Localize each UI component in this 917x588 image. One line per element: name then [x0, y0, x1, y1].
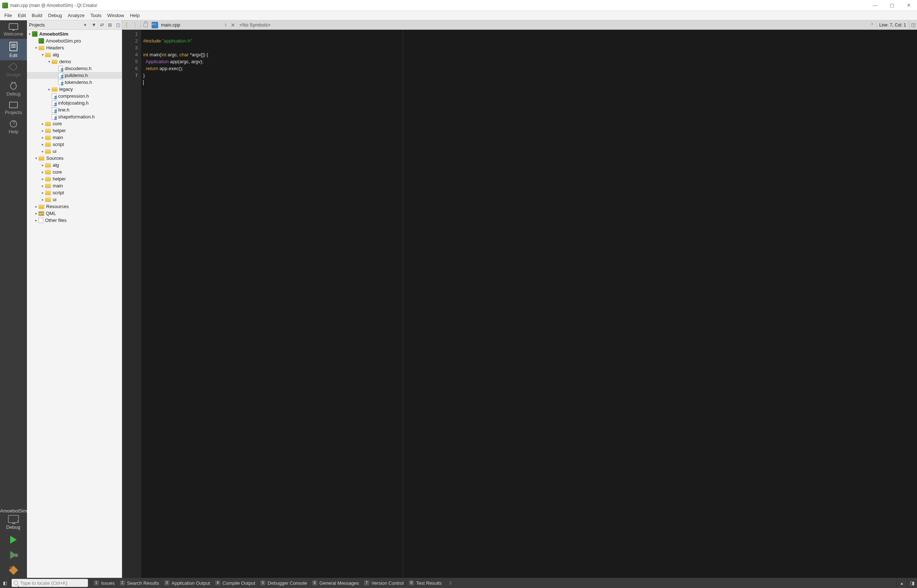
h-file-icon — [58, 79, 63, 85]
chevron-updown-icon[interactable]: ⇳ — [449, 580, 452, 586]
mode-debug[interactable]: Debug — [0, 79, 27, 99]
tree-legacy[interactable]: ▸ legacy — [27, 86, 122, 93]
menu-bar: File Edit Build Debug Analyze Tools Wind… — [0, 11, 917, 20]
target-name: AmoebotSim — [0, 508, 26, 514]
line-col-indicator[interactable]: Line: 7, Col: 1 — [876, 23, 909, 27]
menu-build[interactable]: Build — [29, 11, 45, 19]
toggle-right-sidebar-button[interactable]: ◨ — [907, 578, 917, 588]
tree-ui[interactable]: ▸ ui — [27, 148, 122, 155]
target-selector[interactable]: AmoebotSim Debug — [0, 506, 26, 532]
code-text[interactable]: #include "application.h" int main(int ar… — [141, 30, 917, 578]
symbols-selector[interactable]: <No Symbols> ⇳ — [237, 21, 876, 28]
folder-icon — [45, 184, 51, 188]
projects-icon — [9, 102, 18, 108]
tree-file[interactable]: compression.h — [27, 93, 122, 100]
menu-tools[interactable]: Tools — [87, 11, 104, 19]
output-tests[interactable]: 8Test Results — [409, 580, 442, 586]
editor: ⟨ ⟩ main.cpp ⇳ ✕ <No Symbols> ⇳ Line: 7,… — [122, 20, 917, 578]
tree-headers[interactable]: ▾ Headers — [27, 44, 122, 51]
menu-debug[interactable]: Debug — [45, 11, 65, 19]
tree-file[interactable]: pulldemo.h — [27, 72, 122, 79]
tree-alg[interactable]: ▾ alg — [27, 51, 122, 58]
tree-script[interactable]: ▸ script — [27, 141, 122, 148]
folder-icon — [39, 205, 44, 209]
output-issues[interactable]: 1Issues — [94, 580, 115, 586]
link-button[interactable]: ⇄ — [98, 21, 106, 29]
tree-file[interactable]: line.h — [27, 107, 122, 113]
tree-s-alg[interactable]: ▸ alg — [27, 162, 122, 168]
output-panes: 1Issues 2Search Results 3Application Out… — [89, 580, 897, 586]
filter-button[interactable]: ▼ — [90, 21, 98, 29]
menu-help[interactable]: Help — [127, 11, 143, 19]
maximize-button[interactable]: ▢ — [883, 0, 900, 11]
chevron-updown-icon: ⇳ — [224, 23, 227, 27]
close-button[interactable]: ✕ — [900, 0, 917, 11]
tree-label: line.h — [58, 107, 70, 113]
run-debug-button[interactable] — [0, 547, 26, 562]
tree-s-core[interactable]: ▸ core — [27, 168, 122, 175]
output-vcs[interactable]: 7Version Control — [364, 580, 404, 586]
tree-root[interactable]: ▾ AmoebotSim — [27, 31, 122, 37]
tree-label: AmoebotSim.pro — [46, 38, 81, 44]
output-compile[interactable]: 4Compile Output — [215, 580, 255, 586]
tree-resources[interactable]: ▸ Resources — [27, 203, 122, 210]
tree-s-ui[interactable]: ▸ ui — [27, 196, 122, 203]
build-button[interactable] — [0, 562, 26, 578]
close-document-button[interactable]: ✕ — [228, 22, 237, 28]
nav-forward-button[interactable]: ⟩ — [131, 21, 139, 29]
tree-file[interactable]: infobjcoating.h — [27, 100, 122, 107]
mode-projects[interactable]: Projects — [0, 99, 27, 117]
split-editor-button[interactable]: ◫ — [909, 21, 917, 29]
tree-main[interactable]: ▸ main — [27, 134, 122, 141]
open-file-selector[interactable]: main.cpp ⇳ — [160, 21, 228, 28]
tree-label: discodemo.h — [65, 66, 92, 71]
output-expand-button[interactable]: ▴ — [897, 578, 907, 588]
tree-demo[interactable]: ▾ demo — [27, 58, 122, 65]
run-button[interactable] — [0, 532, 26, 547]
mode-welcome[interactable]: Welcome — [0, 20, 27, 39]
menu-file[interactable]: File — [2, 11, 15, 19]
mode-help[interactable]: Help — [0, 117, 27, 137]
locator-placeholder: Type to locate (Ctrl+K) — [20, 580, 68, 586]
chevron-down-icon[interactable]: ▾ — [84, 22, 88, 27]
add-button[interactable]: ⊞ — [106, 21, 114, 29]
menu-edit[interactable]: Edit — [15, 11, 29, 19]
projects-selector[interactable]: Projects — [29, 23, 84, 27]
output-search[interactable]: 2Search Results — [120, 580, 159, 586]
mode-edit[interactable]: Edit — [0, 39, 27, 60]
hammer-icon — [9, 565, 18, 575]
h-file-icon — [58, 66, 63, 71]
menu-window[interactable]: Window — [104, 11, 127, 19]
tree-file[interactable]: discodemo.h — [27, 65, 122, 72]
toggle-sidebar-button[interactable]: ◧ — [0, 578, 10, 588]
code-area[interactable]: 1 2 3 4 5 6 7 #include "application.h" i… — [122, 30, 917, 578]
minimize-button[interactable]: — — [867, 0, 883, 11]
tree-label: core — [53, 169, 62, 175]
tree-file[interactable]: shapeformation.h — [27, 113, 122, 120]
locator-input[interactable]: Type to locate (Ctrl+K) — [11, 579, 88, 587]
mode-design[interactable]: Design — [0, 60, 27, 79]
project-tree[interactable]: ▾ AmoebotSim ▸ AmoebotSim.pro ▾ Headers … — [27, 30, 122, 578]
tree-label: core — [53, 121, 62, 126]
tree-pro-file[interactable]: ▸ AmoebotSim.pro — [27, 37, 122, 44]
output-general[interactable]: 6General Messages — [312, 580, 359, 586]
tree-helper[interactable]: ▸ helper — [27, 127, 122, 134]
tree-label: script — [53, 142, 64, 147]
tree-s-script[interactable]: ▸ script — [27, 189, 122, 196]
target-mode: Debug — [0, 525, 26, 530]
tree-s-main[interactable]: ▸ main — [27, 183, 122, 189]
tree-file[interactable]: tokendemo.h — [27, 79, 122, 86]
tree-sources[interactable]: ▾ Sources — [27, 155, 122, 162]
tree-core[interactable]: ▸ core — [27, 120, 122, 127]
tree-s-helper[interactable]: ▸ helper — [27, 175, 122, 183]
output-debugger[interactable]: 5Debugger Console — [260, 580, 307, 586]
readonly-toggle[interactable] — [141, 21, 150, 29]
nav-back-button[interactable]: ⟨ — [122, 21, 131, 29]
tree-qml[interactable]: ▸qml QML — [27, 210, 122, 217]
folder-icon — [52, 60, 57, 64]
qml-icon: qml — [39, 212, 44, 216]
output-app[interactable]: 3Application Output — [164, 580, 210, 586]
menu-analyze[interactable]: Analyze — [65, 11, 87, 19]
tree-other[interactable]: ▸ Other files — [27, 217, 122, 224]
split-button[interactable]: ◫ — [114, 21, 122, 29]
